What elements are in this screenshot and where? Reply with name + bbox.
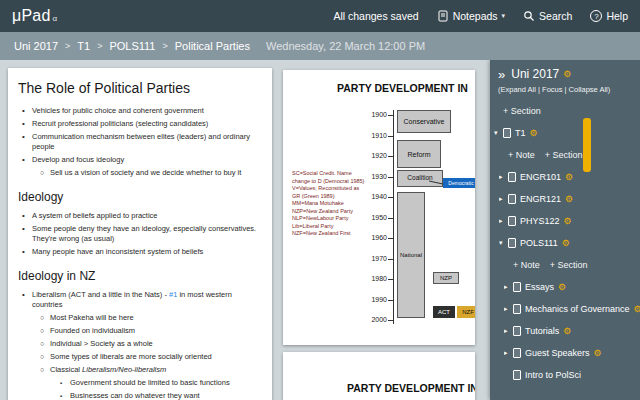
notepads-menu[interactable]: Notepads ▾	[437, 10, 505, 22]
explorer-item-label[interactable]: ENGR121	[520, 194, 561, 204]
legend-line: SC=Social Credit. Name	[292, 170, 387, 178]
explorer-add-row[interactable]: + Section	[490, 100, 640, 122]
gear-icon[interactable]: ⚙	[562, 238, 570, 248]
gear-icon[interactable]: ⚙	[530, 128, 538, 138]
party-box-conservative: Conservative	[397, 110, 451, 133]
explorer-item-label[interactable]: Tutorials	[525, 326, 559, 336]
explorer-item-tutorials[interactable]: ▸Tutorials⚙	[490, 320, 640, 342]
breadcrumb-item[interactable]: Uni 2017	[14, 40, 58, 52]
explorer-item-label[interactable]: T1	[515, 128, 526, 138]
explorer-item-essays[interactable]: ▸Essays⚙	[490, 276, 640, 298]
collapse-drawer-icon[interactable]: »	[498, 68, 505, 81]
explorer-add-row[interactable]: + Note+ Section	[490, 144, 640, 166]
bullet-marker: •	[22, 247, 32, 257]
party-box-coalition: Coalition	[397, 170, 443, 187]
bullet-marker: •	[22, 224, 32, 244]
explorer-item-label[interactable]: Guest Speakers	[525, 348, 590, 358]
chevron-right-icon[interactable]: ▸	[499, 195, 508, 203]
breadcrumb-item[interactable]: POLS111	[109, 40, 155, 52]
gear-icon[interactable]: ⚙	[563, 69, 571, 79]
explorer-header: » Uni 2017 ⚙	[490, 60, 640, 84]
explorer-item-pols111[interactable]: ▾POLS111⚙	[490, 232, 640, 254]
party-box-reform: Reform	[397, 140, 441, 168]
chevron-right-icon[interactable]: ▸	[504, 283, 513, 291]
explorer-item-label[interactable]: Essays	[525, 282, 554, 292]
gear-icon[interactable]: ⚙	[558, 282, 566, 292]
notepad-explorer: » Uni 2017 ⚙ (Expand All | Focus | Colla…	[490, 60, 640, 400]
note-bullet-item: ○Some types of liberals are more sociall…	[40, 352, 262, 362]
gear-icon[interactable]: ⚙	[565, 194, 573, 204]
add-note-button[interactable]: + Note	[508, 150, 535, 160]
breadcrumb: Uni 2017>T1>POLS111>Political Parties	[14, 40, 250, 52]
party-box-act: ACT	[433, 306, 455, 318]
explorer-controls[interactable]: (Expand All | Focus | Collapse All)	[490, 84, 640, 100]
note-bullet-item: ▪Businesses can do whatever they want	[60, 391, 262, 400]
explorer-item-engr101[interactable]: ▸ENGR101⚙	[490, 166, 640, 188]
explorer-item-label[interactable]: ENGR101	[520, 172, 561, 182]
gear-icon[interactable]: ⚙	[564, 216, 572, 226]
section-icon	[503, 128, 511, 138]
explorer-item-label[interactable]: POLS111	[520, 238, 558, 248]
explorer-item-phys122[interactable]: ▸PHYS122⚙	[490, 210, 640, 232]
help-button[interactable]: ? Help	[590, 10, 628, 22]
legend-line: NZF=New Zealand First	[292, 230, 387, 238]
explorer-add-row[interactable]: + Note+ Section	[490, 254, 640, 276]
gear-icon[interactable]: ⚙	[634, 304, 640, 314]
help-label: Help	[606, 10, 628, 22]
note-page-chart[interactable]: PARTY DEVELOPMENT IN 1900191019201930194…	[283, 70, 475, 345]
party-box-nzf: NZF	[457, 306, 475, 318]
chevron-right-icon[interactable]: ▸	[504, 349, 513, 357]
notepad-icon	[437, 10, 449, 22]
note-bullet-item: •Communication mechanism between elites …	[22, 132, 262, 152]
note-bullet-text: Communication mechanism between elites (…	[32, 132, 262, 152]
note-heading: The Role of Political Parties	[18, 80, 262, 96]
legend-line: V=Values; Reconstituted as	[292, 185, 387, 193]
section-icon	[508, 172, 516, 182]
explorer-item-mechanics-of-governance[interactable]: ▸Mechanics of Governance⚙	[490, 298, 640, 320]
explorer-item-intro-to-polsci[interactable]: Intro to PolSci	[490, 364, 640, 386]
explorer-item-label[interactable]: Mechanics of Governance	[525, 304, 630, 314]
search-button[interactable]: Search	[523, 10, 572, 22]
breadcrumb-item[interactable]: T1	[77, 40, 90, 52]
note-bullet-text: Most Pakeha will be here	[50, 313, 134, 323]
note-bullet-item: •Develop and focus ideology	[22, 155, 262, 165]
breadcrumb-separator: >	[97, 41, 102, 51]
chevron-right-icon[interactable]: ▸	[499, 217, 508, 225]
note-page-chart-2[interactable]: PARTY DEVELOPMENT IN	[283, 352, 475, 400]
note-bullet-text: Vehicles for public choice and coherent …	[32, 106, 204, 116]
gear-icon[interactable]: ⚙	[565, 172, 573, 182]
search-label: Search	[539, 10, 572, 22]
note-heading: Ideology	[18, 190, 262, 204]
help-icon: ?	[590, 10, 602, 22]
note-bullet-text: Founded on individualism	[50, 326, 135, 336]
bullet-marker: •	[22, 155, 32, 165]
bullet-marker: ▪	[60, 378, 70, 388]
chevron-down-icon[interactable]: ▾	[499, 239, 508, 247]
gear-icon[interactable]: ⚙	[563, 326, 571, 336]
sidebar-scrollbar-thumb[interactable]	[583, 118, 591, 172]
app-logo[interactable]: μPadα	[12, 7, 57, 25]
note-bullet-text: Many people have an inconsistent system …	[32, 247, 203, 257]
chart-title-2: PARTY DEVELOPMENT IN	[347, 382, 475, 394]
add-section-button[interactable]: + Section	[503, 106, 541, 116]
chevron-down-icon[interactable]: ▾	[494, 129, 503, 137]
add-note-button[interactable]: + Note	[513, 260, 540, 270]
explorer-item-t1[interactable]: ▾T1⚙	[490, 122, 640, 144]
add-section-button[interactable]: + Section	[545, 150, 583, 160]
notepad-title[interactable]: Uni 2017	[511, 67, 559, 81]
add-section-button[interactable]: + Section	[550, 260, 588, 270]
chevron-right-icon[interactable]: ▸	[499, 173, 508, 181]
explorer-item-engr121[interactable]: ▸ENGR121⚙	[490, 188, 640, 210]
bullet-marker: •	[22, 132, 32, 152]
explorer-item-label[interactable]: PHYS122	[520, 216, 560, 226]
breadcrumb-item[interactable]: Political Parties	[175, 40, 250, 52]
explorer-item-label[interactable]: Intro to PolSci	[525, 370, 581, 380]
explorer-item-guest-speakers[interactable]: ▸Guest Speakers⚙	[490, 342, 640, 364]
chevron-right-icon[interactable]: ▸	[504, 305, 513, 313]
bullet-marker: •	[22, 106, 32, 116]
legend-line: NZP=New Zealand Party	[292, 208, 387, 216]
chevron-right-icon[interactable]: ▸	[504, 327, 513, 335]
gear-icon[interactable]: ⚙	[594, 348, 602, 358]
section-icon	[508, 216, 516, 226]
note-page-text[interactable]: The Role of Political Parties•Vehicles f…	[8, 68, 272, 400]
